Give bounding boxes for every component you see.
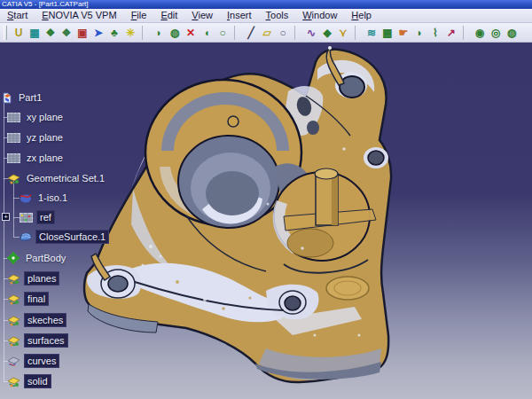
tree-node-label[interactable]: skeches [24,313,66,327]
toolbar-separator [294,26,301,40]
tree-node-ref[interactable]: ref [20,208,55,226]
menu-item-insert[interactable]: Insert [220,9,259,23]
patch-icon[interactable]: ◆ [319,25,335,41]
partbody-icon[interactable] [7,252,20,264]
shape-b-icon[interactable]: ◎ [488,25,504,41]
menu-item-tools[interactable]: Tools [259,9,296,23]
part-3d-model[interactable] [0,43,532,399]
toolbar-drag-handle[interactable] [4,26,7,40]
tree-node-label[interactable]: Geometrical Set.1 [24,172,107,184]
geoset-icon[interactable] [7,273,20,285]
tree-node-1-iso-1[interactable]: 1-iso.1 [20,189,70,207]
plane-icon[interactable]: ▱ [259,25,275,41]
toolbar-separator [234,26,240,40]
shape-a-icon[interactable]: ◉ [472,25,488,41]
line-icon[interactable]: ╱ [243,25,259,41]
tree-node-label[interactable]: surfaces [24,333,68,348]
tree-node-label[interactable]: xy plane [24,111,66,123]
menu-item-start[interactable]: Start [0,9,35,23]
geoset-icon[interactable] [7,376,20,387]
spline-icon[interactable]: ∿ [303,25,319,41]
menu-item-edit[interactable]: Edit [153,9,184,23]
tree-node-label[interactable]: curves [24,354,59,368]
tree-node-label[interactable]: 1-iso.1 [35,192,70,204]
tree-node-label[interactable]: ref [36,210,55,224]
sparkle-icon[interactable]: ✳ [122,25,138,41]
part-icon[interactable] [2,92,12,104]
untrim-icon[interactable]: ◖ [199,25,215,41]
tree-node-partbody[interactable]: PartBody [7,249,68,267]
main-toolbar: U▦❖❖▣➤♣✳◗◍✕◖○╱▱○∿◆⋎≋▩☛◗⌇↗◉◎◍ [0,23,532,43]
menu-item-enovia-v5-vpm[interactable]: ENOVIA V5 VPM [35,9,123,23]
menu-item-view[interactable]: View [184,9,220,23]
fill-surface-icon[interactable]: ▦ [27,25,43,41]
geoset-icon[interactable] [7,173,20,184]
tree-node-label[interactable]: planes [24,271,59,286]
menu-item-help[interactable]: Help [344,9,379,23]
tree-node-label[interactable]: PartBody [23,252,68,264]
tree-node-final[interactable]: final [7,290,49,308]
pointer-icon[interactable]: ➤ [90,25,106,41]
tree-node-curves[interactable]: curves [7,352,59,370]
tree-node-label[interactable]: zx plane [24,152,66,164]
shape-c-icon[interactable]: ◍ [504,25,520,41]
corner-icon[interactable]: ⋎ [335,25,351,41]
tree-node-surfaces[interactable]: surfaces [7,332,68,349]
ref-icon[interactable] [20,213,33,223]
tree-node-label[interactable]: Part1 [16,91,44,104]
tree-node-planes[interactable]: planes [7,270,59,287]
curveset-icon[interactable] [7,356,20,367]
multi-sections-icon[interactable]: ❖ [43,25,59,41]
extrude-icon[interactable]: ♣ [106,25,122,41]
projection-icon[interactable]: ↗ [443,25,459,41]
surface-patch-icon[interactable]: ◗ [411,25,427,41]
toolbar-separator [463,26,469,40]
blend-icon[interactable]: ❖ [59,25,74,41]
tree-expander-plus[interactable]: + [2,213,10,221]
join-icon[interactable]: ◗ [151,25,167,41]
geoset-icon[interactable] [7,315,20,326]
geoset-icon[interactable] [7,293,20,305]
tree-node-label[interactable]: yz plane [24,131,66,144]
menu-item-window[interactable]: Window [295,9,344,23]
curves-net-icon[interactable]: ≋ [364,25,379,41]
tree-node-skeches[interactable]: skeches [7,311,66,329]
power-fit-icon[interactable]: ▩ [379,25,395,41]
closesurface-icon[interactable] [20,231,32,242]
delete-icon[interactable]: ✕ [183,25,199,41]
tree-node-zx-plane[interactable]: zx plane [7,149,66,167]
menu-bar: StartENOVIA V5 VPMFileEditViewInsertTool… [0,9,532,23]
tree-node-yz-plane[interactable]: yz plane [7,129,66,146]
tree-node-solid[interactable]: solid [7,372,51,390]
circle-icon[interactable]: ○ [275,25,291,41]
toolbar-separator [142,26,148,40]
tree-node-label[interactable]: CloseSurface.1 [35,230,109,244]
catia-window: CATIA V5 - [Part1.CATPart] StartENOVIA V… [0,0,532,399]
3d-viewport[interactable]: Part1xy planeyz planezx planeGeometrical… [0,43,532,399]
isocurve-icon[interactable] [20,192,32,203]
curve-slice-icon[interactable]: ⌇ [427,25,443,41]
tree-node-part1[interactable]: Part1 [2,89,44,106]
plane-icon[interactable] [7,113,20,122]
plane-icon[interactable] [7,133,20,143]
offset-icon[interactable]: ▣ [74,25,90,41]
title-bar[interactable]: CATIA V5 - [Part1.CATPart] [0,0,532,9]
boundary-icon[interactable]: ○ [215,25,231,41]
tree-node-label[interactable]: solid [24,374,51,388]
geoset-icon[interactable] [7,335,20,347]
window-title: CATIA V5 - [Part1.CATPart] [2,0,89,8]
toolbar-separator [355,26,361,40]
plane-icon[interactable] [7,153,20,163]
tree-node-label[interactable]: final [24,292,49,306]
manipulation-icon[interactable]: ☛ [395,25,411,41]
tree-node-geometrical-set-1[interactable]: Geometrical Set.1 [7,169,107,187]
tree-node-closesurface-1[interactable]: CloseSurface.1 [20,228,109,246]
menu-item-file[interactable]: File [124,9,154,23]
tree-node-xy-plane[interactable]: xy plane [7,108,66,126]
sweep-icon[interactable]: U [11,25,27,41]
healing-icon[interactable]: ◍ [167,25,183,41]
